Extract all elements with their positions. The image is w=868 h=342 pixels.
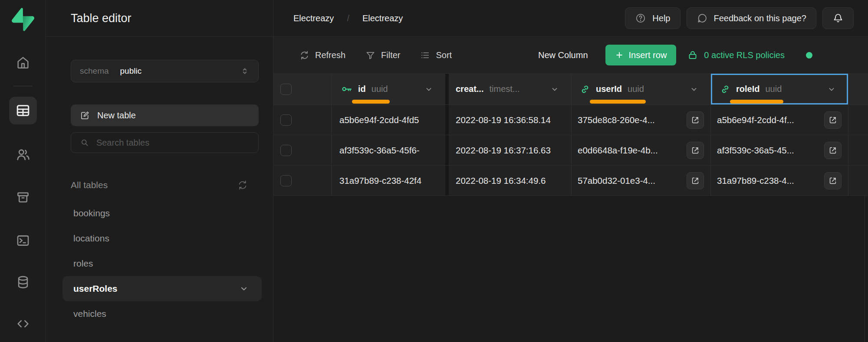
column-name: userId	[596, 84, 622, 94]
open-reference-button[interactable]	[824, 172, 842, 189]
refresh-tables-icon[interactable]	[237, 180, 248, 190]
select-chevrons-icon	[240, 66, 250, 76]
column-header-id[interactable]: id uuid	[332, 74, 445, 104]
schema-label: schema	[80, 66, 109, 76]
cell-roleId[interactable]: 31a97b89-c238-4...	[711, 166, 848, 195]
supabase-table-editor: Table editor schema public New table All…	[0, 0, 868, 342]
column-resize-gap[interactable]	[445, 74, 449, 104]
open-reference-button[interactable]	[824, 142, 842, 159]
rail-divider	[13, 86, 33, 86]
breadcrumb-project[interactable]: Electreazy	[293, 13, 334, 23]
cell-roleId[interactable]: a5b6e94f-2cdd-4f...	[711, 105, 848, 135]
sql-editor-icon[interactable]	[14, 232, 32, 249]
search-tables-input[interactable]	[96, 138, 249, 148]
cell-userId[interactable]: 57ab0d32-01e3-4...	[572, 166, 711, 195]
open-reference-button[interactable]	[824, 111, 842, 129]
column-menu-chevron-icon[interactable]	[827, 85, 836, 94]
auth-users-icon[interactable]	[14, 146, 32, 163]
schema-select[interactable]: schema public	[71, 60, 259, 82]
data-grid: id uuid creat... timest...	[273, 74, 868, 196]
row-checkbox[interactable]	[280, 114, 292, 126]
grid-toolbar: Refresh Filter Sort New Column Insert ro…	[273, 37, 868, 74]
filter-label: Filter	[381, 50, 400, 60]
cell-userId[interactable]: e0d6648a-f19e-4b...	[572, 135, 711, 165]
database-icon[interactable]	[14, 274, 32, 291]
table-list-item-bookings[interactable]: bookings	[62, 201, 262, 226]
storage-icon[interactable]	[14, 189, 32, 206]
table-editor-icon[interactable]	[9, 97, 37, 124]
table-list-item-roles[interactable]: roles	[62, 251, 262, 276]
page-title: Table editor	[46, 0, 273, 37]
open-reference-button[interactable]	[687, 172, 704, 189]
table-list-item-userRoles[interactable]: userRoles	[62, 276, 262, 301]
column-type: uuid	[372, 84, 388, 94]
new-table-button[interactable]: New table	[71, 104, 259, 126]
column-header-roleId-selected[interactable]: roleId uuid	[711, 74, 848, 104]
header-checkbox-cell	[273, 74, 332, 104]
table-list-item-locations[interactable]: locations	[62, 226, 262, 251]
breadcrumb-separator: /	[347, 13, 349, 23]
cell-id[interactable]: a5b6e94f-2cdd-4fd5	[332, 105, 445, 135]
column-type: uuid	[628, 84, 644, 94]
new-table-label: New table	[97, 111, 136, 121]
status-dot	[806, 52, 812, 59]
sort-button[interactable]: Sort	[420, 50, 452, 60]
new-column-button[interactable]: New Column	[538, 50, 588, 60]
top-header: Electreazy / Electreazy Help Feedback on…	[273, 0, 868, 37]
row-checkbox[interactable]	[280, 145, 292, 156]
home-icon[interactable]	[14, 54, 32, 71]
cell-userId[interactable]: 375de8c8-260e-4...	[572, 105, 711, 135]
column-menu-chevron-icon[interactable]	[550, 85, 559, 94]
supabase-logo[interactable]	[12, 8, 34, 31]
api-docs-icon[interactable]	[14, 315, 32, 332]
schema-value: public	[120, 66, 142, 76]
open-reference-button[interactable]	[687, 142, 704, 159]
column-name: roleId	[736, 84, 760, 94]
table-editor-sidebar: Table editor schema public New table All…	[46, 0, 273, 342]
column-type: timest...	[489, 84, 519, 94]
filter-button[interactable]: Filter	[365, 50, 400, 60]
column-name: creat...	[456, 84, 483, 94]
table-row: 31a97b89-c238-42f4 2022-08-19 16:34:49.6…	[273, 166, 868, 196]
grid-header-row: id uuid creat... timest...	[273, 74, 868, 105]
select-all-checkbox[interactable]	[280, 84, 292, 95]
notifications-button[interactable]	[822, 7, 854, 29]
main-area: Electreazy / Electreazy Help Feedback on…	[273, 0, 868, 342]
table-list-item-vehicles[interactable]: vehicles	[62, 301, 262, 326]
table-row: af3f539c-36a5-45f6- 2022-08-19 16:37:16.…	[273, 135, 868, 166]
cell-created-at[interactable]: 2022-08-19 16:36:58.14	[449, 105, 572, 135]
column-type: uuid	[765, 84, 782, 94]
row-checkbox[interactable]	[280, 175, 292, 186]
rls-policies-label: 0 active RLS policies	[704, 50, 785, 60]
search-tables-box	[71, 132, 259, 153]
column-header-userId[interactable]: userId uuid	[572, 74, 711, 104]
nav-rail	[0, 0, 46, 342]
cell-id[interactable]: 31a97b89-c238-42f4	[332, 166, 445, 195]
cell-id[interactable]: af3f539c-36a5-45f6-	[332, 135, 445, 165]
help-button[interactable]: Help	[625, 7, 680, 29]
chevron-down-icon[interactable]	[239, 284, 249, 293]
cell-created-at[interactable]: 2022-08-19 16:37:16.63	[449, 135, 572, 165]
insert-row-button[interactable]: Insert row	[605, 45, 677, 65]
all-tables-label: All tables	[71, 180, 108, 190]
help-label: Help	[652, 13, 670, 23]
feedback-button[interactable]: Feedback on this page?	[687, 7, 817, 29]
rls-policies-button[interactable]: 0 active RLS policies	[687, 50, 785, 60]
sort-label: Sort	[436, 50, 452, 60]
table-row: a5b6e94f-2cdd-4fd5 2022-08-19 16:36:58.1…	[273, 105, 868, 135]
header-filler	[848, 74, 865, 104]
open-reference-button[interactable]	[687, 111, 704, 129]
column-menu-chevron-icon[interactable]	[424, 85, 433, 94]
column-menu-chevron-icon[interactable]	[690, 85, 698, 94]
breadcrumb: Electreazy / Electreazy	[293, 13, 403, 23]
cell-roleId[interactable]: af3f539c-36a5-45...	[711, 135, 848, 165]
breadcrumb-page[interactable]: Electreazy	[362, 13, 403, 23]
refresh-button[interactable]: Refresh	[299, 50, 345, 60]
column-header-created-at[interactable]: creat... timest...	[449, 74, 572, 104]
tables-list: bookings locations roles userRoles vehic…	[62, 201, 262, 326]
refresh-label: Refresh	[315, 50, 345, 60]
insert-row-label: Insert row	[629, 50, 667, 60]
column-name: id	[358, 84, 366, 94]
cell-created-at[interactable]: 2022-08-19 16:34:49.6	[449, 166, 572, 195]
feedback-label: Feedback on this page?	[714, 13, 807, 23]
